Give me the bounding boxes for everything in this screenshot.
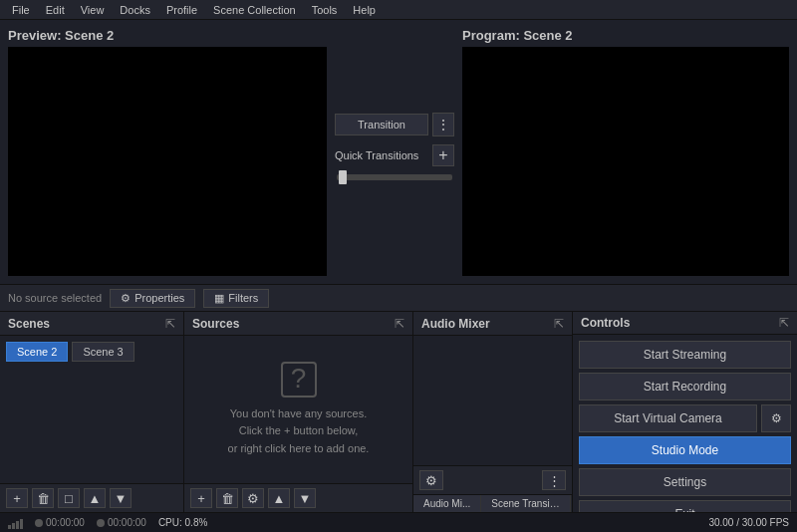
transition-button[interactable]: Transition xyxy=(335,114,428,135)
right-preview-screen[interactable] xyxy=(462,47,789,276)
sources-dock-title: Sources xyxy=(192,317,239,331)
time2-status: 00:00:00 xyxy=(97,517,146,528)
time1-text: 00:00:00 xyxy=(46,517,85,528)
audio-dock-expand[interactable]: ⇱ xyxy=(554,317,564,331)
signal-bar-4 xyxy=(20,519,23,529)
start-virtual-camera-button[interactable]: Start Virtual Camera xyxy=(579,404,757,432)
audio-dock-tabs: Audio Mi... Scene Transiti... xyxy=(413,494,572,512)
studio-mode-button[interactable]: Studio Mode xyxy=(579,436,791,464)
fps-display: 30.00 / 30.00 FPS xyxy=(708,517,789,528)
time1-status: 00:00:00 xyxy=(35,517,85,528)
controls-dock: Controls ⇱ Start Streaming Start Recordi… xyxy=(573,312,797,512)
scenes-dock-footer: + 🗑 □ ▲ ▼ xyxy=(0,483,183,512)
scene-item-1[interactable]: Scene 2 xyxy=(6,342,68,362)
signal-bar-2 xyxy=(12,523,15,529)
sources-empty-area[interactable]: ? You don't have any sources.Click the +… xyxy=(184,336,412,483)
sources-delete-button[interactable]: 🗑 xyxy=(216,488,238,508)
controls-dock-expand[interactable]: ⇱ xyxy=(779,316,789,330)
scenes-delete-button[interactable]: 🗑 xyxy=(32,488,54,508)
sources-empty-icon: ? xyxy=(281,362,317,398)
left-preview-title: Preview: Scene 2 xyxy=(8,28,327,43)
audio-dock-title: Audio Mixer xyxy=(421,317,490,331)
right-preview-title: Program: Scene 2 xyxy=(462,28,789,43)
time2-text: 00:00:00 xyxy=(108,517,146,528)
audio-dock-header: Audio Mixer ⇱ xyxy=(413,312,572,336)
scenes-dock-title: Scenes xyxy=(8,317,50,331)
menu-help[interactable]: Help xyxy=(345,2,384,18)
menu-file[interactable]: File xyxy=(4,2,38,18)
menu-tools[interactable]: Tools xyxy=(304,2,346,18)
menu-docks[interactable]: Docks xyxy=(112,2,158,18)
start-recording-button[interactable]: Start Recording xyxy=(579,373,791,400)
controls-content: Start Streaming Start Recording Start Vi… xyxy=(573,335,797,512)
transition-slider[interactable] xyxy=(337,174,452,180)
scenes-add-button[interactable]: + xyxy=(6,488,28,508)
signal-bar-3 xyxy=(16,521,19,529)
source-bar: No source selected ⚙ Properties ▦ Filter… xyxy=(0,284,797,312)
audio-footer: ⚙ ⋮ xyxy=(413,465,572,494)
signal-strength xyxy=(8,517,23,529)
scenes-dock: Scenes ⇱ Scene 2 Scene 3 + 🗑 □ ▲ ▼ xyxy=(0,312,184,512)
left-preview-screen[interactable] xyxy=(8,47,327,276)
filters-label: Filters xyxy=(228,292,258,304)
menu-edit[interactable]: Edit xyxy=(38,2,73,18)
start-streaming-button[interactable]: Start Streaming xyxy=(579,341,791,369)
main-area: Preview: Scene 2 Transition ⋮ Quick Tran… xyxy=(0,20,797,532)
transition-slider-thumb xyxy=(339,170,347,184)
scenes-filter-button[interactable]: □ xyxy=(58,488,80,508)
transition-btn-row: Transition ⋮ xyxy=(335,113,454,136)
signal-bar-1 xyxy=(8,525,11,529)
scenes-list: Scene 2 Scene 3 xyxy=(0,336,183,368)
exit-button[interactable]: Exit xyxy=(579,500,791,512)
settings-button[interactable]: Settings xyxy=(579,468,791,496)
cpu-usage: CPU: 0.8% xyxy=(158,517,207,528)
sources-down-button[interactable]: ▼ xyxy=(294,488,316,508)
transition-slider-area xyxy=(335,174,454,180)
signal-bars xyxy=(8,517,23,529)
time1-dot xyxy=(35,519,43,527)
filters-button[interactable]: ▦ Filters xyxy=(203,289,269,308)
sources-empty-text: You don't have any sources.Click the + b… xyxy=(228,405,370,458)
gear-icon: ⚙ xyxy=(121,292,131,305)
audio-content xyxy=(413,336,572,465)
scene-transitions-tab[interactable]: Scene Transiti... xyxy=(481,495,571,512)
scenes-dock-expand[interactable]: ⇱ xyxy=(165,317,175,331)
sources-settings-button[interactable]: ⚙ xyxy=(242,488,264,508)
sources-dock: Sources ⇱ ? You don't have any sources.C… xyxy=(184,312,413,512)
virtual-camera-row: Start Virtual Camera ⚙ xyxy=(579,404,791,432)
preview-area: Preview: Scene 2 Transition ⋮ Quick Tran… xyxy=(0,20,797,284)
scenes-up-button[interactable]: ▲ xyxy=(84,488,106,508)
sources-dock-header: Sources ⇱ xyxy=(184,312,412,336)
audio-menu-button[interactable]: ⋮ xyxy=(542,470,566,490)
menubar: File Edit View Docks Profile Scene Colle… xyxy=(0,0,797,20)
menu-view[interactable]: View xyxy=(73,2,113,18)
sources-dock-footer: + 🗑 ⚙ ▲ ▼ xyxy=(184,483,412,512)
audio-mixer-tab[interactable]: Audio Mi... xyxy=(413,495,481,512)
controls-dock-header: Controls ⇱ xyxy=(573,312,797,335)
properties-button[interactable]: ⚙ Properties xyxy=(110,289,195,308)
quick-transitions-row: Quick Transitions + xyxy=(335,144,454,166)
sources-dock-expand[interactable]: ⇱ xyxy=(395,317,404,331)
sources-up-button[interactable]: ▲ xyxy=(268,488,290,508)
menu-profile[interactable]: Profile xyxy=(158,2,205,18)
filter-icon: ▦ xyxy=(214,292,224,305)
scene-item-2[interactable]: Scene 3 xyxy=(72,342,133,362)
scenes-down-button[interactable]: ▼ xyxy=(110,488,132,508)
statusbar: 00:00:00 00:00:00 CPU: 0.8% 30.00 / 30.0… xyxy=(0,512,797,532)
docks-area: Scenes ⇱ Scene 2 Scene 3 + 🗑 □ ▲ ▼ Sourc… xyxy=(0,312,797,512)
sources-add-button[interactable]: + xyxy=(190,488,212,508)
transition-dots-button[interactable]: ⋮ xyxy=(432,113,454,136)
virtual-camera-settings-button[interactable]: ⚙ xyxy=(761,404,791,432)
audio-settings-button[interactable]: ⚙ xyxy=(419,470,443,490)
right-preview-panel: Program: Scene 2 xyxy=(462,28,789,276)
transition-area: Transition ⋮ Quick Transitions + xyxy=(335,28,454,276)
no-source-label: No source selected xyxy=(8,292,102,304)
menu-scene-collection[interactable]: Scene Collection xyxy=(205,2,304,18)
left-preview-panel: Preview: Scene 2 xyxy=(8,28,327,276)
quick-transitions-add-button[interactable]: + xyxy=(432,144,454,166)
audio-dock: Audio Mixer ⇱ ⚙ ⋮ Audio Mi... Scene Tran… xyxy=(413,312,573,512)
quick-transitions-label: Quick Transitions xyxy=(335,149,418,161)
properties-label: Properties xyxy=(134,292,184,304)
controls-dock-title: Controls xyxy=(581,316,630,330)
time2-dot xyxy=(97,519,105,527)
